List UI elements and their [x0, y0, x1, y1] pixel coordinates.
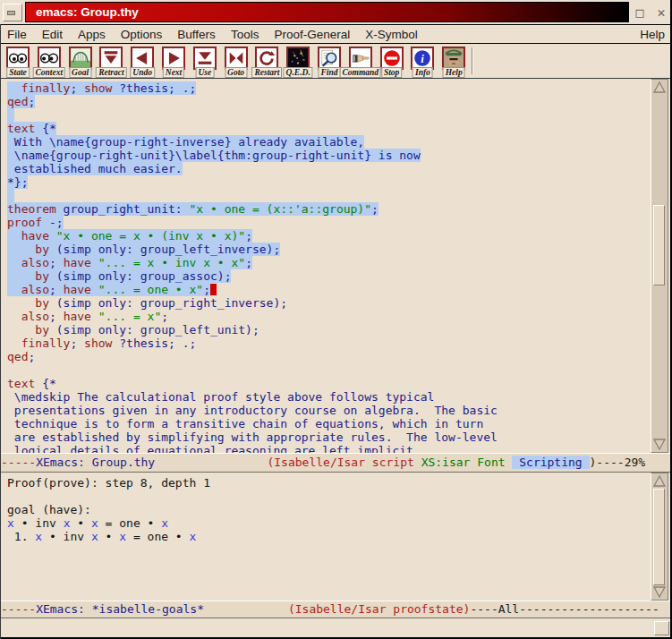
- close-icon[interactable]: ✕: [657, 4, 665, 21]
- script-line: are established by simplifying with appr…: [7, 430, 651, 444]
- xemacs-window: emacs: Group.thy □ ✕ FileEditAppsOptions…: [0, 0, 672, 639]
- script-line: also; have "... = x";: [7, 310, 651, 323]
- text-cursor: [210, 284, 217, 295]
- next-button[interactable]: Next: [158, 46, 189, 78]
- menu-bar-items: FileEditAppsOptionsBuffersToolsProof-Gen…: [7, 28, 433, 41]
- title-bar: emacs: Group.thy □ ✕: [0, 0, 672, 24]
- toolbar-button-label: Find: [318, 67, 340, 78]
- script-line: by (simp only: group_assoc);: [7, 269, 651, 283]
- undo-button[interactable]: Undo: [127, 46, 157, 78]
- script-line: also; have "... = x • inv x • x";: [7, 256, 651, 269]
- scroll-up-icon[interactable]: [652, 474, 667, 488]
- script-line: qed;: [7, 350, 651, 363]
- svg-text:i: i: [421, 53, 425, 65]
- toolbar-button-label: Help: [443, 67, 465, 78]
- window-menu-icon: [7, 11, 15, 15]
- toolbar-button-label: Goto: [225, 67, 247, 78]
- minibuffer[interactable]: [0, 618, 672, 639]
- use-button[interactable]: Use: [190, 46, 220, 78]
- menu-help[interactable]: Help: [640, 28, 665, 41]
- toolbar-button-label: Undo: [130, 67, 155, 78]
- toolbar-button-label: Restart: [251, 67, 282, 78]
- script-line: With \name{group-right-inverse} already …: [7, 135, 651, 149]
- script-line: finally; show ?thesis; .;: [7, 337, 651, 350]
- retract-button[interactable]: Retract: [96, 46, 126, 78]
- toolbar-button-label: Stop: [381, 67, 402, 78]
- scrollbar-script[interactable]: [651, 79, 668, 453]
- window-menu-button[interactable]: [3, 4, 22, 21]
- script-line: finally; show ?thesis; .;: [7, 81, 651, 95]
- script-line: by (simp only: group_left_inverse);: [7, 243, 651, 256]
- context-button[interactable]: Context: [34, 46, 64, 78]
- script-line: established much easier.: [7, 162, 651, 175]
- stop-button[interactable]: Stop: [377, 46, 407, 78]
- menu-proof-general[interactable]: Proof-General: [274, 28, 350, 41]
- window-title: emacs: Group.thy: [25, 2, 629, 22]
- toolbar-button-label: Command: [339, 67, 381, 78]
- script-line: \name{group-right-unit}\label{thm:group-…: [7, 149, 651, 162]
- scroll-up-icon[interactable]: [652, 81, 667, 94]
- menu-tools[interactable]: Tools: [231, 28, 259, 41]
- script-line: presentations given in any introductory …: [7, 404, 651, 417]
- script-line: proof -;: [7, 216, 651, 229]
- script-line: qed;: [7, 95, 651, 108]
- scrollbar-thumb[interactable]: [653, 205, 665, 285]
- script-line: *};: [7, 175, 651, 189]
- script-line: technique is to form a transitive chain …: [7, 417, 651, 430]
- state-button[interactable]: State: [3, 46, 33, 78]
- proof-general-toolbar: StateContextGoalRetractUndoNextUseGotoRe…: [0, 45, 672, 79]
- script-line: \medskip The calculational proof style a…: [7, 390, 651, 404]
- menu-x-symbol[interactable]: X-Symbol: [365, 28, 418, 41]
- goal-button[interactable]: Goal: [65, 46, 96, 78]
- help-button[interactable]: Help: [438, 46, 469, 78]
- script-line: by (simp only: group_left_unit);: [7, 323, 651, 337]
- toolbar-button-label: Use: [195, 67, 214, 78]
- modeline-goals: -----XEmacs: *isabelle-goals* (Isabelle/…: [0, 601, 672, 618]
- menu-edit[interactable]: Edit: [42, 28, 63, 41]
- toolbar-button-label: Q.E.D.: [284, 67, 313, 78]
- toolbar-button-label: Context: [32, 67, 65, 78]
- toolbar-divider: [472, 47, 473, 74]
- scroll-down-icon[interactable]: [652, 585, 667, 599]
- scrollbar-thumb[interactable]: [653, 489, 665, 585]
- menu-file[interactable]: File: [7, 28, 27, 41]
- menu-buffers[interactable]: Buffers: [177, 28, 216, 41]
- goals-line: 1. x • inv x • x = one • x: [7, 530, 651, 543]
- goto-button[interactable]: Goto: [221, 46, 251, 78]
- toolbar-button-label: Retract: [96, 67, 127, 78]
- window-controls: □ ✕: [629, 4, 672, 21]
- toolbar-button-label: Goal: [69, 67, 91, 78]
- restart-button[interactable]: Restart: [251, 46, 282, 78]
- script-line: logical details of equational reasoning …: [7, 444, 651, 453]
- goals-buffer[interactable]: Proof(prove): step 8, depth 1goal (have)…: [0, 473, 651, 601]
- scrollbar-goals[interactable]: [651, 473, 668, 601]
- script-line: by (simp only: group_right_inverse);: [7, 296, 651, 310]
- script-line: [7, 189, 651, 202]
- script-line: theorem group_right_unit: "x • one = (x:…: [7, 202, 651, 216]
- script-buffer[interactable]: finally; show ?thesis; .;qed; text {* Wi…: [0, 79, 651, 453]
- goals-line: x • inv x • x = one • x: [7, 516, 651, 530]
- qed-button[interactable]: Q.E.D.: [283, 46, 313, 78]
- info-button[interactable]: iInfo: [407, 46, 438, 78]
- minibuffer-scrollbar-stub: [654, 621, 669, 635]
- toolbar-button-label: Next: [163, 67, 184, 78]
- script-line: text {*: [7, 377, 651, 390]
- maximize-icon[interactable]: □: [635, 4, 643, 21]
- menu-bar: FileEditAppsOptionsBuffersToolsProof-Gen…: [0, 24, 672, 44]
- script-line: text {*: [7, 122, 651, 135]
- goals-line: [7, 490, 651, 503]
- toolbar-button-label: State: [6, 67, 30, 78]
- window-edge: [0, 24, 1, 639]
- toolbar-button-label: Info: [413, 67, 433, 78]
- goals-line: goal (have):: [7, 503, 651, 516]
- menu-options[interactable]: Options: [121, 28, 163, 41]
- menu-apps[interactable]: Apps: [78, 28, 106, 41]
- script-line: [7, 363, 651, 377]
- script-line: have "x • one = x • (inv x • x)";: [7, 229, 651, 243]
- scroll-down-icon[interactable]: [652, 438, 667, 451]
- script-line: also; have "... = one • x";: [7, 283, 651, 296]
- script-line: [7, 108, 651, 122]
- goals-line: Proof(prove): step 8, depth 1: [7, 476, 651, 490]
- modeline-script: -----XEmacs: Group.thy (Isabelle/Isar sc…: [0, 453, 672, 473]
- command-button[interactable]: Command: [345, 46, 376, 78]
